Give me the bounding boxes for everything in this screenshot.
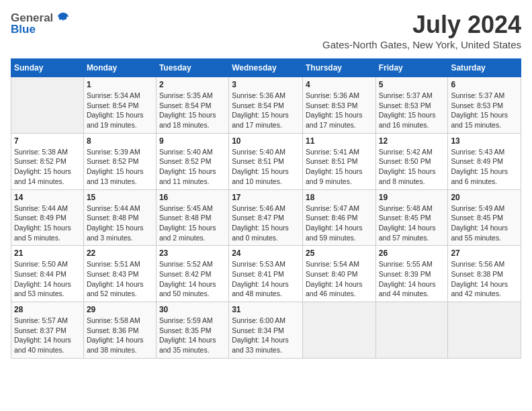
- calendar-cell: 1Sunrise: 5:34 AMSunset: 8:54 PMDaylight…: [83, 77, 156, 134]
- calendar-cell: 15Sunrise: 5:44 AMSunset: 8:48 PMDayligh…: [83, 189, 156, 246]
- day-info: Sunrise: 5:53 AMSunset: 8:41 PMDaylight:…: [232, 259, 300, 299]
- day-info: Sunrise: 5:48 AMSunset: 8:45 PMDaylight:…: [379, 203, 445, 243]
- calendar-cell: 26Sunrise: 5:55 AMSunset: 8:39 PMDayligh…: [375, 246, 448, 302]
- calendar-cell: 17Sunrise: 5:46 AMSunset: 8:47 PMDayligh…: [229, 189, 303, 246]
- day-info: Sunrise: 6:00 AMSunset: 8:34 PMDaylight:…: [232, 316, 300, 355]
- day-number: 16: [159, 193, 226, 202]
- calendar-cell: 14Sunrise: 5:44 AMSunset: 8:49 PMDayligh…: [11, 189, 84, 246]
- day-number: 1: [87, 80, 153, 89]
- header-sunday: Sunday: [11, 59, 84, 77]
- day-info: Sunrise: 5:44 AMSunset: 8:48 PMDaylight:…: [87, 203, 153, 243]
- calendar-cell: 29Sunrise: 5:58 AMSunset: 8:36 PMDayligh…: [83, 302, 156, 359]
- calendar-cell: 13Sunrise: 5:43 AMSunset: 8:49 PMDayligh…: [448, 133, 521, 189]
- calendar-cell: 3Sunrise: 5:36 AMSunset: 8:54 PMDaylight…: [229, 77, 303, 134]
- calendar-cell: 20Sunrise: 5:49 AMSunset: 8:45 PMDayligh…: [448, 189, 521, 246]
- day-info: Sunrise: 5:51 AMSunset: 8:43 PMDaylight:…: [87, 259, 153, 299]
- calendar-cell: 6Sunrise: 5:37 AMSunset: 8:53 PMDaylight…: [448, 77, 521, 134]
- day-info: Sunrise: 5:44 AMSunset: 8:49 PMDaylight:…: [14, 203, 81, 243]
- calendar-cell: 23Sunrise: 5:52 AMSunset: 8:42 PMDayligh…: [156, 246, 228, 302]
- day-number: 24: [232, 248, 300, 258]
- day-number: 22: [87, 248, 153, 258]
- calendar-cell: 19Sunrise: 5:48 AMSunset: 8:45 PMDayligh…: [375, 189, 448, 246]
- day-number: 28: [14, 305, 81, 314]
- day-info: Sunrise: 5:39 AMSunset: 8:52 PMDaylight:…: [87, 147, 153, 187]
- day-number: 23: [159, 248, 226, 258]
- day-info: Sunrise: 5:59 AMSunset: 8:35 PMDaylight:…: [159, 316, 226, 355]
- day-info: Sunrise: 5:54 AMSunset: 8:40 PMDaylight:…: [306, 259, 373, 299]
- day-number: 6: [451, 80, 518, 89]
- day-number: 20: [451, 193, 518, 202]
- day-number: 12: [379, 136, 445, 146]
- header-wednesday: Wednesday: [229, 59, 303, 77]
- calendar-week-row: 14Sunrise: 5:44 AMSunset: 8:49 PMDayligh…: [11, 189, 521, 246]
- location-subtitle: Gates-North Gates, New York, United Stat…: [322, 39, 521, 50]
- day-number: 30: [159, 305, 226, 314]
- day-info: Sunrise: 5:42 AMSunset: 8:50 PMDaylight:…: [379, 147, 445, 187]
- calendar-cell: [375, 302, 448, 359]
- header-saturday: Saturday: [448, 59, 521, 77]
- day-info: Sunrise: 5:52 AMSunset: 8:42 PMDaylight:…: [159, 259, 226, 299]
- calendar-cell: 9Sunrise: 5:40 AMSunset: 8:52 PMDaylight…: [156, 133, 228, 189]
- calendar-cell: [448, 302, 521, 359]
- calendar-cell: 8Sunrise: 5:39 AMSunset: 8:52 PMDaylight…: [83, 133, 156, 189]
- calendar-week-row: 21Sunrise: 5:50 AMSunset: 8:44 PMDayligh…: [11, 246, 521, 302]
- day-info: Sunrise: 5:34 AMSunset: 8:54 PMDaylight:…: [87, 91, 153, 130]
- day-number: 19: [379, 193, 445, 202]
- day-number: 10: [232, 136, 300, 146]
- calendar-cell: 12Sunrise: 5:42 AMSunset: 8:50 PMDayligh…: [375, 133, 448, 189]
- calendar-cell: 4Sunrise: 5:36 AMSunset: 8:53 PMDaylight…: [302, 77, 375, 134]
- calendar-table: SundayMondayTuesdayWednesdayThursdayFrid…: [11, 58, 521, 359]
- day-number: 17: [232, 193, 300, 202]
- day-info: Sunrise: 5:36 AMSunset: 8:53 PMDaylight:…: [306, 91, 373, 130]
- logo-blue-text: Blue: [11, 23, 36, 36]
- calendar-cell: 27Sunrise: 5:56 AMSunset: 8:38 PMDayligh…: [448, 246, 521, 302]
- day-info: Sunrise: 5:50 AMSunset: 8:44 PMDaylight:…: [14, 259, 81, 299]
- day-info: Sunrise: 5:47 AMSunset: 8:46 PMDaylight:…: [306, 203, 373, 243]
- header-friday: Friday: [375, 59, 448, 77]
- day-number: 29: [87, 305, 153, 314]
- calendar-cell: 11Sunrise: 5:41 AMSunset: 8:51 PMDayligh…: [302, 133, 375, 189]
- day-number: 8: [87, 136, 153, 146]
- calendar-cell: 5Sunrise: 5:37 AMSunset: 8:53 PMDaylight…: [375, 77, 448, 134]
- calendar-cell: 22Sunrise: 5:51 AMSunset: 8:43 PMDayligh…: [83, 246, 156, 302]
- calendar-cell: 30Sunrise: 5:59 AMSunset: 8:35 PMDayligh…: [156, 302, 228, 359]
- day-number: 31: [232, 305, 300, 314]
- day-info: Sunrise: 5:56 AMSunset: 8:38 PMDaylight:…: [451, 259, 518, 299]
- calendar-cell: 16Sunrise: 5:45 AMSunset: 8:48 PMDayligh…: [156, 189, 228, 246]
- header-thursday: Thursday: [302, 59, 375, 77]
- calendar-cell: 21Sunrise: 5:50 AMSunset: 8:44 PMDayligh…: [11, 246, 84, 302]
- day-info: Sunrise: 5:41 AMSunset: 8:51 PMDaylight:…: [306, 147, 373, 187]
- day-info: Sunrise: 5:49 AMSunset: 8:45 PMDaylight:…: [451, 203, 518, 243]
- header-tuesday: Tuesday: [156, 59, 228, 77]
- day-number: 18: [306, 193, 373, 202]
- logo: General Blue: [11, 11, 71, 36]
- day-info: Sunrise: 5:38 AMSunset: 8:52 PMDaylight:…: [14, 147, 81, 187]
- calendar-cell: 7Sunrise: 5:38 AMSunset: 8:52 PMDaylight…: [11, 133, 84, 189]
- title-area: July 2024 Gates-North Gates, New York, U…: [322, 11, 521, 50]
- day-number: 13: [451, 136, 518, 146]
- day-number: 3: [232, 80, 300, 89]
- calendar-cell: 24Sunrise: 5:53 AMSunset: 8:41 PMDayligh…: [229, 246, 303, 302]
- page-header: General Blue July 2024 Gates-North Gates…: [11, 11, 521, 50]
- day-info: Sunrise: 5:55 AMSunset: 8:39 PMDaylight:…: [379, 259, 445, 299]
- day-info: Sunrise: 5:45 AMSunset: 8:48 PMDaylight:…: [159, 203, 226, 243]
- day-number: 25: [306, 248, 373, 258]
- header-monday: Monday: [83, 59, 156, 77]
- logo-bird-icon: [56, 11, 71, 26]
- calendar-cell: [302, 302, 375, 359]
- calendar-cell: 25Sunrise: 5:54 AMSunset: 8:40 PMDayligh…: [302, 246, 375, 302]
- day-info: Sunrise: 5:36 AMSunset: 8:54 PMDaylight:…: [232, 91, 300, 130]
- day-number: 11: [306, 136, 373, 146]
- day-number: 7: [14, 136, 81, 146]
- day-info: Sunrise: 5:40 AMSunset: 8:51 PMDaylight:…: [232, 147, 300, 187]
- calendar-week-row: 28Sunrise: 5:57 AMSunset: 8:37 PMDayligh…: [11, 302, 521, 359]
- day-info: Sunrise: 5:40 AMSunset: 8:52 PMDaylight:…: [159, 147, 226, 187]
- month-title: July 2024: [322, 11, 521, 39]
- calendar-cell: 10Sunrise: 5:40 AMSunset: 8:51 PMDayligh…: [229, 133, 303, 189]
- day-info: Sunrise: 5:57 AMSunset: 8:37 PMDaylight:…: [14, 316, 81, 355]
- day-number: 27: [451, 248, 518, 258]
- day-info: Sunrise: 5:37 AMSunset: 8:53 PMDaylight:…: [451, 91, 518, 130]
- day-number: 4: [306, 80, 373, 89]
- day-info: Sunrise: 5:58 AMSunset: 8:36 PMDaylight:…: [87, 316, 153, 355]
- day-info: Sunrise: 5:35 AMSunset: 8:54 PMDaylight:…: [159, 91, 226, 130]
